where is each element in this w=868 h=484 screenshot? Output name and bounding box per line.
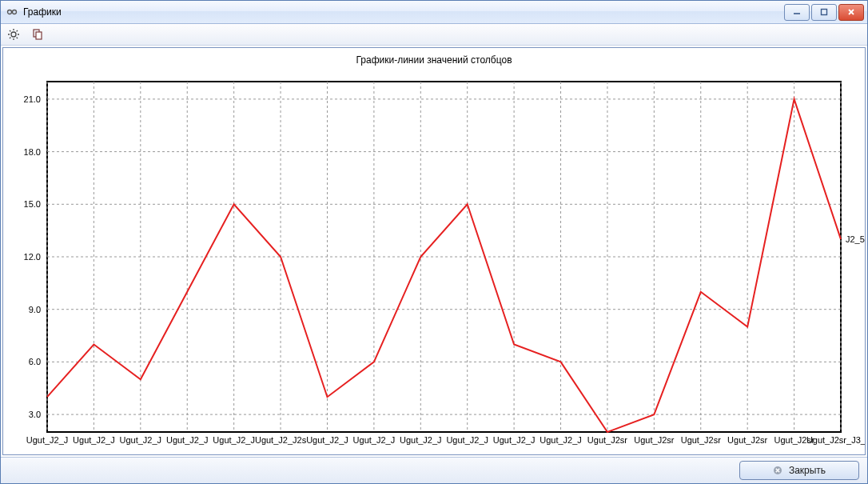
svg-text:Ugut_J2_J: Ugut_J2_J <box>213 435 255 445</box>
svg-rect-17 <box>47 82 841 432</box>
svg-text:Ugut_J2sr_J3_30: Ugut_J2sr_J3_30 <box>806 435 865 445</box>
svg-text:Ugut_J2_J: Ugut_J2_J <box>446 435 488 445</box>
svg-line-11 <box>10 30 10 31</box>
svg-text:21.0: 21.0 <box>24 94 41 104</box>
settings-button[interactable] <box>6 26 22 42</box>
close-window-button[interactable] <box>838 4 864 21</box>
svg-text:J2_51: J2_51 <box>846 234 865 244</box>
svg-text:Ugut_J2_J: Ugut_J2_J <box>400 435 442 445</box>
maximize-button[interactable] <box>811 4 837 21</box>
app-icon <box>6 6 18 18</box>
svg-text:Ugut_J2_J: Ugut_J2_J <box>306 435 348 445</box>
svg-text:12.0: 12.0 <box>24 252 41 262</box>
title-bar: Графики <box>1 1 867 24</box>
window-controls <box>784 4 864 21</box>
svg-text:Ugut_J2sr: Ugut_J2sr <box>587 435 627 445</box>
svg-point-0 <box>8 10 12 14</box>
svg-text:Ugut_J2_J: Ugut_J2_J <box>493 435 536 445</box>
svg-text:Ugut_J2_J: Ugut_J2_J <box>26 435 69 445</box>
gear-icon <box>7 28 20 41</box>
copy-button[interactable] <box>30 26 46 42</box>
svg-rect-16 <box>36 32 42 39</box>
svg-text:Ugut_J2sr: Ugut_J2sr <box>727 435 767 445</box>
svg-text:Ugut_J2_J: Ugut_J2_J <box>73 435 115 445</box>
app-window: Графики <box>0 0 868 484</box>
svg-text:9.0: 9.0 <box>29 305 41 314</box>
chart-panel: Графики-линии значений столбцов 3.06.09.… <box>2 47 866 455</box>
svg-line-14 <box>10 38 10 38</box>
svg-point-6 <box>11 32 16 37</box>
svg-text:Ugut_J2_J2s: Ugut_J2_J2s <box>255 435 307 445</box>
svg-text:Ugut_J2sr: Ugut_J2sr <box>681 435 721 445</box>
svg-text:Ugut_J2sr: Ugut_J2sr <box>634 435 674 445</box>
close-button[interactable]: Закрыть <box>739 461 859 480</box>
svg-text:6.0: 6.0 <box>29 357 41 366</box>
minimize-button[interactable] <box>784 4 810 21</box>
svg-text:18.0: 18.0 <box>24 147 41 157</box>
svg-rect-3 <box>822 10 827 15</box>
line-chart: 3.06.09.012.015.018.021.0Ugut_J2_JUgut_J… <box>3 66 865 455</box>
svg-text:Ugut_J2_J: Ugut_J2_J <box>120 435 162 445</box>
close-icon <box>773 466 782 475</box>
svg-point-1 <box>13 10 17 14</box>
toolbar <box>1 24 867 46</box>
chart-title: Графики-линии значений столбцов <box>3 48 865 66</box>
svg-line-12 <box>17 38 18 38</box>
window-title: Графики <box>23 6 62 18</box>
svg-text:Ugut_J2_J: Ugut_J2_J <box>166 435 209 445</box>
svg-text:3.0: 3.0 <box>29 410 41 419</box>
footer-bar: Закрыть <box>1 457 867 483</box>
close-button-label: Закрыть <box>789 465 826 476</box>
copy-icon <box>31 28 44 41</box>
svg-line-13 <box>17 30 18 31</box>
svg-text:Ugut_J2_J: Ugut_J2_J <box>353 435 396 445</box>
svg-text:15.0: 15.0 <box>24 199 41 209</box>
svg-text:Ugut_J2_J: Ugut_J2_J <box>540 435 582 445</box>
